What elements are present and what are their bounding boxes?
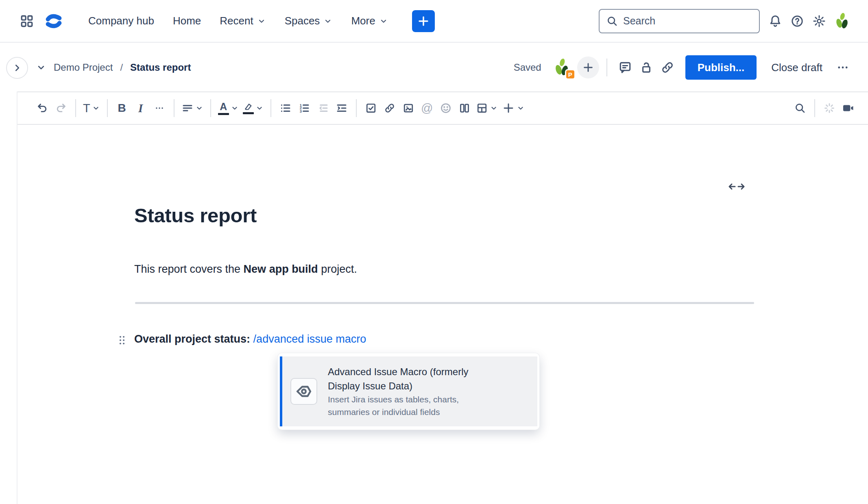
restrictions-button[interactable] — [636, 57, 657, 78]
settings-button[interactable] — [810, 12, 828, 30]
table-menu[interactable] — [474, 98, 500, 118]
align-left-icon — [181, 102, 194, 114]
nav-link-spaces[interactable]: Spaces — [275, 8, 342, 34]
macro-description: Insert Jira issues as tables, charts, — [328, 393, 468, 406]
columns-icon — [458, 102, 471, 114]
horizontal-rule[interactable] — [135, 302, 754, 304]
link-icon — [384, 102, 396, 114]
confluence-editor-screen: Company hub Home Recent Spaces More — [0, 0, 868, 504]
image-icon — [402, 102, 414, 114]
outdent-icon — [317, 102, 329, 114]
editor-canvas[interactable]: Status report This report covers the New… — [17, 126, 868, 504]
record-video-button[interactable] — [839, 98, 857, 118]
text-color-icon: A — [218, 102, 229, 115]
bullet-list-button[interactable] — [276, 98, 295, 118]
task-list-button[interactable] — [362, 98, 380, 118]
indent-button[interactable] — [332, 98, 351, 118]
undo-icon — [36, 102, 48, 114]
nav-link-home[interactable]: Home — [164, 8, 210, 34]
ellipsis-icon — [836, 61, 850, 74]
indent-icon — [336, 102, 348, 114]
breadcrumb-space-link[interactable]: Demo Project — [54, 62, 113, 73]
gear-icon — [812, 14, 826, 28]
bold-button[interactable]: B — [113, 98, 131, 118]
app-switcher-button[interactable] — [18, 12, 36, 30]
breadcrumb-chevron-down-icon[interactable] — [36, 62, 46, 73]
checkbox-icon — [365, 102, 377, 114]
page-title[interactable]: Status report — [134, 204, 257, 227]
divider — [606, 59, 607, 76]
find-replace-button[interactable] — [791, 98, 809, 118]
nav-link-recent[interactable]: Recent — [210, 8, 275, 34]
presence-avatar[interactable]: P — [551, 57, 572, 78]
macro-description: summaries or individual fields — [328, 406, 468, 418]
intro-paragraph[interactable]: This report covers the New app build pro… — [134, 263, 357, 276]
numbered-list-button[interactable]: 1 2 3 — [295, 98, 314, 118]
leaves-avatar-icon — [832, 11, 852, 31]
status-label: Overall project status: — [134, 333, 253, 345]
insert-menu[interactable] — [500, 98, 527, 118]
bell-icon — [768, 14, 782, 28]
divider — [270, 99, 271, 117]
divider — [356, 99, 357, 117]
undo-button[interactable] — [33, 98, 52, 118]
macro-suggestion-item[interactable]: Advanced Issue Macro (formerly Display I… — [280, 356, 537, 426]
mention-button[interactable]: @ — [418, 98, 436, 118]
link-icon — [660, 60, 675, 75]
more-formatting-button[interactable] — [150, 98, 169, 118]
search-icon — [794, 102, 806, 114]
divider — [814, 99, 815, 117]
layouts-button[interactable] — [455, 98, 474, 118]
divider — [174, 99, 174, 117]
nav-link-label: Recent — [220, 15, 253, 27]
user-avatar[interactable] — [832, 11, 852, 31]
close-draft-button[interactable]: Close draft — [762, 55, 831, 80]
highlight-color-menu[interactable] — [241, 98, 266, 118]
text-color-menu[interactable]: A — [216, 98, 241, 118]
search-icon — [606, 15, 618, 27]
expand-sidebar-button[interactable] — [6, 57, 28, 79]
confluence-home-button[interactable] — [45, 12, 63, 30]
outdent-button[interactable] — [314, 98, 332, 118]
nav-link-company-hub[interactable]: Company hub — [79, 8, 164, 34]
notifications-button[interactable] — [766, 12, 784, 30]
text-style-label: T — [83, 102, 90, 114]
divider — [210, 99, 211, 117]
alignment-menu[interactable] — [179, 98, 205, 118]
table-icon — [476, 102, 488, 114]
more-actions-button[interactable] — [832, 57, 853, 78]
ellipsis-icon — [154, 103, 165, 113]
invite-people-button[interactable] — [577, 56, 599, 78]
numbered-list-icon: 1 2 3 — [298, 102, 310, 114]
global-search[interactable] — [599, 9, 760, 33]
redo-button[interactable] — [52, 98, 70, 118]
italic-button[interactable]: I — [131, 98, 150, 118]
toggle-full-width-button[interactable] — [727, 181, 746, 192]
svg-text:3: 3 — [299, 109, 301, 113]
create-button[interactable] — [412, 10, 435, 32]
insert-link-button[interactable] — [380, 98, 399, 118]
save-status: Saved — [514, 62, 541, 73]
highlighter-icon — [243, 102, 254, 114]
nav-link-label: More — [351, 15, 375, 27]
comments-button[interactable] — [615, 57, 636, 78]
chevron-down-icon — [323, 17, 332, 26]
macro-typeahead-popup: Advanced Issue Macro (formerly Display I… — [278, 353, 539, 430]
emoji-button[interactable] — [436, 98, 455, 118]
drag-handle[interactable] — [116, 335, 128, 346]
publish-button[interactable]: Publish... — [685, 55, 757, 80]
app-grid-icon — [20, 14, 34, 28]
text-style-menu[interactable]: T — [81, 98, 102, 118]
plus-icon — [417, 15, 430, 28]
nav-link-more[interactable]: More — [342, 8, 397, 34]
chevron-down-icon — [490, 104, 498, 112]
search-input[interactable] — [623, 15, 752, 27]
chevron-down-icon — [379, 17, 388, 26]
status-line[interactable]: Overall project status: /advanced issue … — [134, 333, 366, 345]
page-header-bar: Demo Project / Status report Saved P — [0, 43, 868, 91]
insert-image-button[interactable] — [399, 98, 418, 118]
copy-link-button[interactable] — [657, 57, 678, 78]
unlock-icon — [639, 60, 654, 75]
help-button[interactable] — [788, 12, 806, 30]
paragraph-bold-text: New app build — [244, 263, 318, 275]
